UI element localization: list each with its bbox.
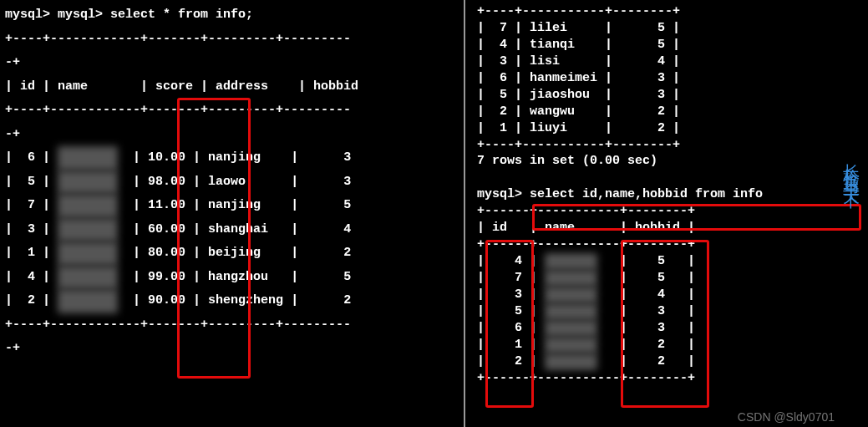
sql-prompt: mysql> mysql> select * from info; xyxy=(5,8,253,22)
table-header: | id | name | score | address | hobbid xyxy=(5,79,358,94)
watermark-horizontal: CSDN @Sldy0701 xyxy=(738,410,835,424)
right-terminal: +----+-----------+--------+ | 7 | lilei … xyxy=(465,0,868,427)
left-output: mysql> mysql> select * from info; +----+… xyxy=(0,0,464,364)
left-terminal: mysql> mysql> select * from info; +----+… xyxy=(0,0,465,427)
watermark-vertical: 长枪策马平天下 xyxy=(840,150,863,186)
right-output: +----+-----------+--------+ | 7 | lilei … xyxy=(472,0,868,390)
sql-prompt-2: mysql> select id,name,hobbid from info xyxy=(477,187,770,201)
rows-message: 7 rows in set (0.00 sec) xyxy=(477,154,657,168)
table-header-2: | id | name | hobbid | xyxy=(477,221,695,235)
